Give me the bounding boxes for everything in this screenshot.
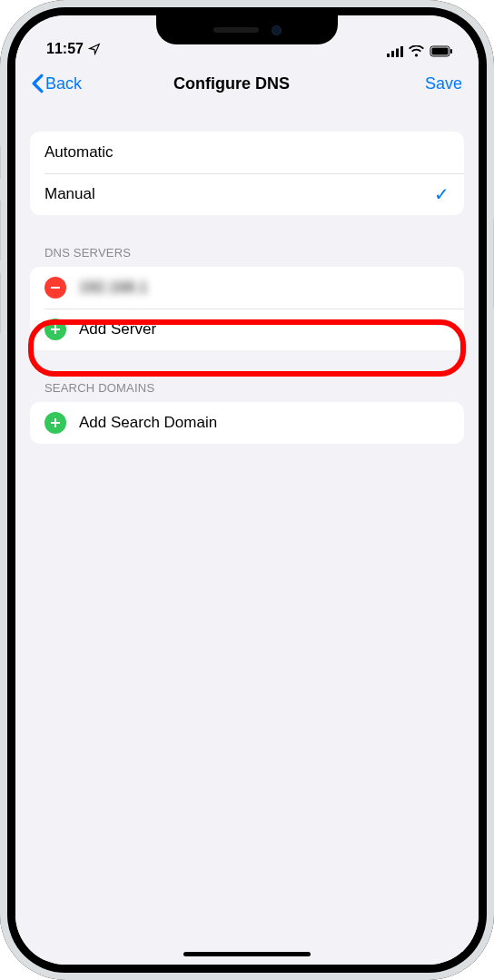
screen: 11:57 [15, 15, 479, 965]
volume-up-button [0, 200, 1, 261]
save-button[interactable]: Save [425, 74, 462, 93]
svg-rect-3 [400, 46, 403, 57]
phone-frame: 11:57 [0, 0, 494, 980]
volume-down-button [0, 272, 1, 334]
front-camera [272, 25, 282, 35]
svg-rect-6 [450, 49, 452, 54]
dns-servers-header: DNS SERVERS [15, 246, 479, 267]
mode-automatic[interactable]: Automatic [30, 132, 464, 173]
content: Automatic Manual ✓ DNS SERVERS 192.168.1 [15, 108, 479, 444]
wifi-icon [409, 45, 424, 57]
dns-server-row[interactable]: 192.168.1 [30, 267, 464, 309]
notch [156, 15, 338, 44]
add-search-domain-label: Add Search Domain [79, 414, 450, 432]
svg-rect-0 [387, 54, 390, 57]
home-indicator[interactable] [183, 952, 311, 956]
add-search-domain-row[interactable]: Add Search Domain [30, 402, 464, 444]
add-server-button[interactable] [44, 318, 66, 340]
silent-switch [0, 145, 1, 180]
add-server-label: Add Server [79, 320, 450, 338]
plus-icon [50, 417, 61, 428]
location-icon [88, 43, 101, 55]
mode-manual[interactable]: Manual ✓ [30, 173, 464, 215]
remove-server-button[interactable] [44, 277, 66, 299]
mode-automatic-label: Automatic [44, 143, 450, 162]
svg-rect-1 [391, 51, 394, 57]
dns-mode-group: Automatic Manual ✓ [30, 132, 464, 215]
status-time: 11:57 [46, 41, 84, 57]
checkmark-icon: ✓ [434, 183, 450, 205]
svg-rect-7 [51, 287, 60, 289]
status-left: 11:57 [46, 41, 101, 57]
battery-icon [430, 45, 453, 57]
mode-manual-label: Manual [44, 185, 434, 203]
dns-server-value: 192.168.1 [79, 279, 148, 297]
add-server-row[interactable]: Add Server [30, 309, 464, 350]
dns-servers-group: 192.168.1 Add Server [30, 267, 464, 350]
svg-rect-9 [54, 325, 56, 334]
search-domains-header: SEARCH DOMAINS [15, 381, 479, 402]
svg-rect-2 [396, 48, 399, 57]
minus-icon [50, 282, 61, 293]
nav-bar: Back Configure DNS Save [15, 59, 479, 108]
plus-icon [50, 324, 61, 335]
page-title: Configure DNS [38, 74, 425, 93]
svg-rect-11 [54, 418, 56, 427]
cellular-icon [387, 46, 403, 57]
search-domains-group: Add Search Domain [30, 402, 464, 444]
add-search-domain-button[interactable] [44, 412, 66, 434]
status-right [387, 45, 453, 57]
svg-rect-5 [432, 48, 449, 55]
speaker-grille [213, 27, 259, 33]
